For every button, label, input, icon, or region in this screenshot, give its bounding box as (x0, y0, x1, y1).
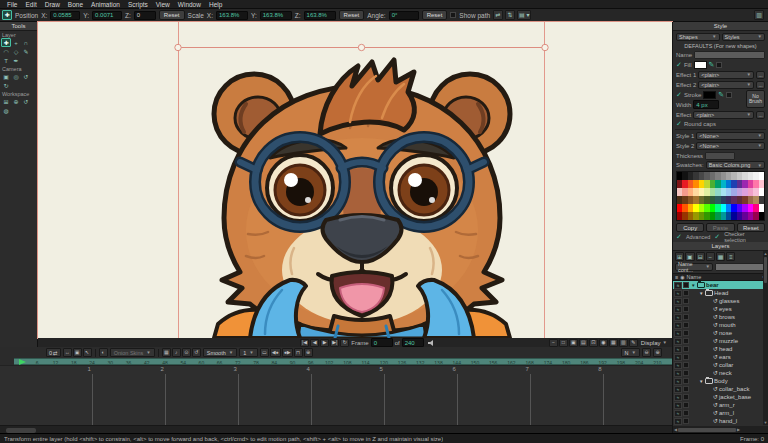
scrollbar-thumb[interactable] (764, 257, 767, 283)
curvature-tool-icon[interactable]: ∩ (21, 38, 31, 47)
menu-item[interactable]: Bone (64, 1, 87, 8)
layer-visibility-checkbox[interactable] (683, 346, 689, 352)
thickness-input[interactable] (705, 152, 735, 160)
fill-color-swatch[interactable] (694, 61, 707, 69)
hand_l[interactable]: ≈ ▼ ↺ hand_l (673, 417, 763, 425)
effect2-dropdown[interactable]: <plain>▼ (698, 81, 754, 89)
motion-path-icon[interactable]: ↖ (83, 348, 92, 357)
scrollbar-thumb[interactable] (678, 428, 736, 432)
effect1-options-button[interactable]: ... (756, 71, 765, 79)
magnet-tool-icon[interactable]: ◠ (1, 47, 11, 56)
layer-visibility-checkbox[interactable] (683, 314, 689, 320)
menu-item[interactable]: View (152, 1, 174, 8)
zoom-camera-tool-icon[interactable]: ◎ (11, 72, 21, 81)
color-swatch[interactable] (759, 180, 764, 188)
mouth[interactable]: ≈ ▼ ↺ mouth (673, 321, 763, 329)
layer-channels-icon[interactable]: ≈ (674, 418, 682, 425)
pan-workspace-tool-icon[interactable]: ⊞ (1, 97, 11, 106)
angle-field[interactable]: 0° (389, 11, 419, 20)
layer-channels-icon[interactable]: ≈ (674, 354, 682, 361)
Body[interactable]: ≈ ▼ ↺ Body (673, 377, 763, 385)
layer-visibility-checkbox[interactable] (683, 418, 689, 424)
styles-dropdown[interactable]: Styles▼ (722, 33, 766, 41)
audio-track-icon[interactable]: ♪ (172, 348, 181, 357)
step-forward-button[interactable]: ▶| (330, 339, 339, 347)
layer-channels-icon[interactable]: ≈ (674, 394, 682, 401)
style-name-input[interactable] (694, 51, 765, 59)
timeline-horizontal-scrollbar[interactable] (0, 425, 672, 433)
arm_r[interactable]: ≈ ▼ ↺ arm_r (673, 401, 763, 409)
checker-selection-checkbox[interactable]: ✓ (714, 233, 720, 240)
layer-expand-arrow[interactable]: ▼ (699, 291, 704, 296)
layer-channels-icon[interactable]: ≈ (674, 386, 682, 393)
brows[interactable]: ≈ ▼ ↺ brows (673, 313, 763, 321)
fill-eyedropper-icon[interactable]: ✎ (709, 61, 715, 68)
next-keyframe-icon[interactable]: ●▶ (282, 348, 293, 357)
color-swatch[interactable] (759, 196, 764, 204)
safe-zone-icon[interactable]: ▥ (619, 339, 628, 347)
layer-channels-icon[interactable]: ≈ (674, 362, 682, 369)
layers-horizontal-scrollbar[interactable]: ◀ ▶ (673, 426, 768, 433)
display-dropdown[interactable]: Display ▼ (639, 339, 669, 347)
stroke-eyedropper-icon[interactable]: ✎ (718, 91, 724, 98)
timeline-scale-icon[interactable]: ▭ (260, 348, 269, 357)
reference-layer-button[interactable]: ▦ (716, 252, 726, 261)
layer-channels-icon[interactable]: ≈ (674, 282, 682, 289)
scale-x-field[interactable]: 163.8% (216, 11, 248, 20)
collar[interactable]: ≈ ▼ ↺ collar (673, 361, 763, 369)
shapes-dropdown[interactable]: Shapes▼ (676, 33, 720, 41)
collapse-layers-button[interactable]: − (706, 252, 715, 261)
flip-horizontal-icon[interactable]: ⇄ (493, 10, 503, 20)
layer-visibility-checkbox[interactable] (683, 394, 689, 400)
menu-item[interactable]: Scripts (124, 1, 152, 8)
round-caps-checkbox[interactable]: ✓ (676, 120, 682, 127)
layer-visibility-checkbox[interactable] (683, 410, 689, 416)
eyes[interactable]: ≈ ▼ ↺ eyes (673, 305, 763, 313)
layer-visibility-checkbox[interactable] (683, 290, 689, 296)
total-frames-field[interactable]: 240 (402, 338, 424, 347)
current-frame-field[interactable]: 0 (371, 338, 393, 347)
jacket_base[interactable]: ≈ ▼ ↺ jacket_base (673, 393, 763, 401)
view-quality-high-icon[interactable]: ▤ (579, 339, 588, 347)
effect2-options-button[interactable]: ... (756, 81, 765, 89)
layer-visibility-checkbox[interactable] (683, 338, 689, 344)
show-path-checkbox[interactable] (450, 12, 456, 18)
nose[interactable]: ≈ ▼ ↺ nose (673, 329, 763, 337)
add-point-tool-icon[interactable]: ✒ (11, 56, 21, 65)
ears[interactable]: ≈ ▼ ↺ ears (673, 353, 763, 361)
selection-bbox[interactable] (175, 44, 548, 50)
menu-item[interactable]: File (3, 1, 21, 8)
stroke-color-swatch[interactable] (703, 91, 716, 99)
style2-dropdown[interactable]: <None>▼ (696, 142, 765, 150)
arm_l[interactable]: ≈ ▼ ↺ arm_l (673, 409, 763, 417)
transform-options-dropdown-icon[interactable]: ▤ ▾ (517, 10, 531, 20)
layer-channels-icon[interactable]: ≈ (674, 378, 682, 385)
layer-channels-icon[interactable]: ≈ (674, 402, 682, 409)
layers-menu-icon[interactable]: ≡ (675, 274, 678, 280)
position-y-field[interactable]: 0.0071 (92, 11, 122, 20)
swatches-dropdown[interactable]: Basic Colors.png▼ (706, 161, 765, 169)
layer-visibility-checkbox[interactable] (683, 370, 689, 376)
scrollbar-thumb[interactable] (6, 428, 36, 433)
marker-icon[interactable]: ⊓ (294, 348, 303, 357)
onion-skin-icon[interactable]: ◐ (99, 348, 108, 357)
advanced-checkbox[interactable]: ✓ (676, 233, 682, 240)
scale-y-field[interactable]: 163.8% (260, 11, 292, 20)
reset-position-button[interactable]: Reset (159, 10, 185, 20)
layer-channels-icon[interactable]: ≈ (674, 426, 682, 427)
layer-channels-icon[interactable]: ≈ (674, 306, 682, 313)
select-shape-tool-icon[interactable]: ◇ (11, 47, 21, 56)
copy-style-button[interactable]: Copy (676, 223, 704, 232)
layer-options-button[interactable]: ≡ (726, 252, 735, 261)
layer-channels-icon[interactable]: ≈ (674, 330, 682, 337)
bear[interactable]: ≈ ▼ ↺ bear (673, 281, 763, 289)
layer-channels-icon[interactable]: ≈ (674, 314, 682, 321)
style1-dropdown[interactable]: <None>▼ (696, 132, 765, 140)
stereo-view-icon[interactable]: ◉ (599, 339, 608, 347)
play-button[interactable]: ▶ (320, 339, 329, 347)
layer-visibility-checkbox[interactable] (683, 402, 689, 408)
draw-mode-icon[interactable]: ✎ (629, 339, 638, 347)
view-quality-low-icon[interactable]: □ (559, 339, 568, 347)
timeline-mode-dropdown[interactable]: N ▼ (621, 348, 640, 357)
copy-keyframes-icon[interactable]: ▣ (73, 348, 82, 357)
